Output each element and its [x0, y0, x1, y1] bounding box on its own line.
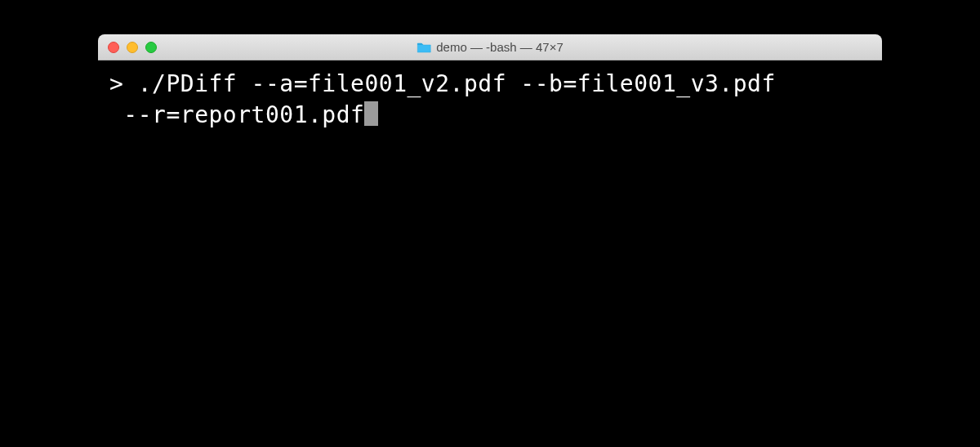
minimize-button[interactable] [127, 42, 138, 53]
terminal-body[interactable]: > ./PDiff --a=file001_v2.pdf --b=file001… [98, 60, 882, 340]
window-title: demo — -bash — 47×7 [436, 40, 564, 54]
terminal-window: demo — -bash — 47×7 > ./PDiff --a=file00… [98, 34, 882, 340]
terminal-prompt: > [109, 70, 138, 97]
folder-icon [416, 42, 431, 53]
terminal-cursor [364, 101, 378, 126]
terminal-line: --r=report001.pdf [109, 100, 871, 131]
maximize-button[interactable] [145, 42, 157, 53]
terminal-command-line1: ./PDiff --a=file001_v2.pdf --b=file001_v… [138, 70, 776, 97]
terminal-command-line2: --r=report001.pdf [109, 101, 364, 128]
window-title-container: demo — -bash — 47×7 [416, 40, 564, 54]
terminal-line: > ./PDiff --a=file001_v2.pdf --b=file001… [109, 69, 871, 100]
close-button[interactable] [108, 42, 119, 53]
title-bar: demo — -bash — 47×7 [98, 34, 882, 60]
traffic-lights [108, 42, 157, 53]
